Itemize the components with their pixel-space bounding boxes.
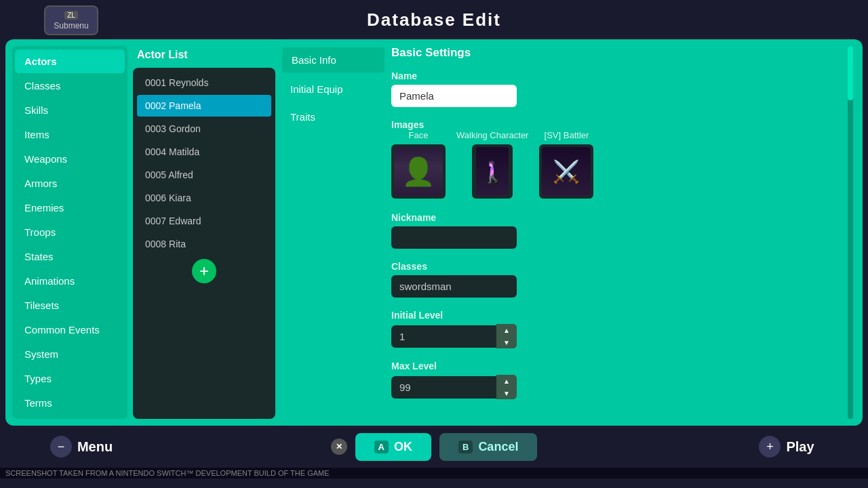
face-label: Face [409, 130, 429, 140]
walk-label: Walking Character [456, 130, 528, 140]
initial-level-spinner: ▲ ▼ [391, 324, 517, 348]
main-area: Actors Classes Skills Items Weapons Armo… [5, 39, 863, 426]
actor-list-header: Actor List [133, 46, 275, 64]
nickname-input[interactable] [391, 226, 517, 249]
top-bar: ZL Submenu Database Edit [0, 0, 868, 39]
sidebar-item-terms[interactable]: Terms [15, 391, 125, 415]
sidebar-item-tilesets[interactable]: Tilesets [15, 293, 125, 317]
sidebar-item-states[interactable]: States [15, 245, 125, 268]
actor-item-0007[interactable]: 0007 Edward [137, 210, 271, 232]
walk-image-box[interactable] [472, 144, 513, 199]
max-level-label: Max Level [391, 361, 853, 371]
nickname-label: Nickname [391, 212, 853, 223]
sv-sprite [542, 147, 591, 196]
max-level-up-btn[interactable]: ▲ [496, 375, 517, 387]
menu-label: Menu [77, 439, 113, 455]
page-title: Database Edit [367, 9, 501, 30]
actor-item-0008[interactable]: 0008 Rita [137, 233, 271, 255]
ok-button[interactable]: A OK [355, 433, 431, 461]
sidebar-item-classes[interactable]: Classes [15, 74, 125, 98]
initial-level-down-btn[interactable]: ▼ [496, 336, 517, 348]
sidebar-item-items[interactable]: Items [15, 123, 125, 146]
screenshot-notice: SCREENSHOT TAKEN FROM A NINTENDO SWITCH™… [0, 468, 868, 479]
initial-level-label: Initial Level [391, 310, 853, 321]
max-level-down-btn[interactable]: ▼ [496, 387, 517, 399]
actor-item-0002[interactable]: 0002 Pamela [137, 95, 271, 117]
minus-button[interactable]: − [50, 436, 72, 458]
max-level-input[interactable] [391, 376, 496, 399]
bottom-center: ✕ A OK B Cancel [163, 433, 705, 461]
face-sprite [394, 147, 443, 196]
images-row: Face Walking Character [SV] Battler [391, 130, 853, 199]
basic-settings-title: Basic Settings [391, 46, 853, 60]
sv-slot: [SV] Battler [539, 130, 593, 199]
sidebar-item-weapons[interactable]: Weapons [15, 147, 125, 171]
sv-label: [SV] Battler [545, 130, 589, 140]
tabs-panel: Basic Info Initial Equip Traits [281, 46, 386, 419]
face-slot: Face [391, 130, 446, 199]
content-panel: Basic Settings Name Images Face Walking … [391, 46, 856, 419]
actor-item-0005[interactable]: 0005 Alfred [137, 164, 271, 186]
ok-label: OK [394, 440, 412, 454]
images-label: Images [391, 119, 853, 130]
initial-level-spinner-btns: ▲ ▼ [496, 324, 517, 348]
plus-button[interactable]: + [759, 436, 781, 458]
sidebar-item-animations[interactable]: Animations [15, 269, 125, 293]
scrollbar[interactable] [848, 46, 853, 419]
walk-sprite [476, 147, 509, 196]
name-input[interactable] [391, 85, 517, 107]
sidebar-item-armors[interactable]: Armors [15, 171, 125, 195]
cancel-button[interactable]: B Cancel [439, 433, 537, 461]
tab-traits[interactable]: Traits [281, 104, 386, 129]
sidebar-item-common-events[interactable]: Common Events [15, 318, 125, 342]
sidebar-item-skills[interactable]: Skills [15, 98, 125, 122]
tab-basic-info[interactable]: Basic Info [281, 46, 386, 74]
sidebar-item-enemies[interactable]: Enemies [15, 196, 125, 220]
actor-item-0001[interactable]: 0001 Reynolds [137, 72, 271, 94]
classes-field-group: Classes [391, 261, 853, 298]
submenu-label: Submenu [54, 21, 88, 30]
sv-image-box[interactable] [539, 144, 593, 199]
nickname-field-group: Nickname [391, 212, 853, 249]
max-level-field-group: Max Level ▲ ▼ [391, 361, 853, 399]
tab-initial-equip[interactable]: Initial Equip [281, 77, 386, 102]
bottom-bar: − Menu ✕ A OK B Cancel + Play [0, 426, 868, 468]
classes-label: Classes [391, 261, 853, 272]
max-level-spinner: ▲ ▼ [391, 375, 517, 399]
x-badge: ✕ [331, 439, 347, 455]
submenu-button[interactable]: ZL Submenu [44, 5, 98, 35]
scrollbar-thumb [848, 46, 853, 100]
actor-item-0003[interactable]: 0003 Gordon [137, 118, 271, 140]
play-label: Play [786, 439, 814, 455]
cancel-badge: B [458, 441, 473, 453]
bottom-right: + Play [705, 436, 868, 458]
sidebar: Actors Classes Skills Items Weapons Armo… [12, 46, 127, 419]
actor-list-container: 0001 Reynolds 0002 Pamela 0003 Gordon 00… [133, 68, 275, 419]
images-section: Images Face Walking Character [SV] Battl… [391, 119, 853, 199]
initial-level-up-btn[interactable]: ▲ [496, 324, 517, 336]
sidebar-item-troops[interactable]: Troops [15, 220, 125, 244]
name-field-group: Name [391, 70, 853, 107]
actor-item-0004[interactable]: 0004 Matilda [137, 141, 271, 163]
submenu-badge: ZL [64, 11, 78, 20]
max-level-spinner-btns: ▲ ▼ [496, 375, 517, 399]
initial-level-input[interactable] [391, 325, 496, 348]
ok-badge: A [374, 441, 389, 453]
cancel-label: Cancel [478, 440, 518, 454]
actor-item-0006[interactable]: 0006 Kiara [137, 187, 271, 209]
sidebar-item-system[interactable]: System [15, 342, 125, 366]
name-label: Name [391, 70, 853, 81]
face-image-box[interactable] [391, 144, 446, 199]
sidebar-item-types[interactable]: Types [15, 367, 125, 390]
bottom-left: − Menu [0, 436, 163, 458]
walk-slot: Walking Character [456, 130, 528, 199]
classes-input[interactable] [391, 275, 517, 298]
initial-level-field-group: Initial Level ▲ ▼ [391, 310, 853, 348]
add-actor-button[interactable]: + [192, 259, 216, 283]
sidebar-item-actors[interactable]: Actors [15, 49, 125, 73]
actor-list-panel: Actor List 0001 Reynolds 0002 Pamela 000… [133, 46, 275, 419]
